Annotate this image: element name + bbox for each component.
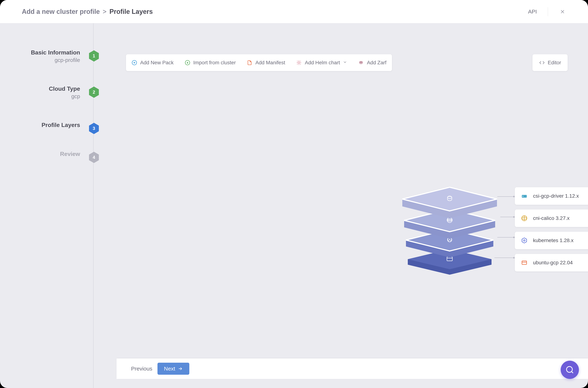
main-content: Add New Pack Import from cluster Add Man… <box>95 23 588 388</box>
svg-point-36 <box>566 366 572 372</box>
layer-name: kubernetes 1.28.x <box>533 238 588 243</box>
svg-point-28 <box>522 196 523 197</box>
step-subtitle: gcp <box>49 93 80 99</box>
svg-point-33 <box>523 240 525 241</box>
breadcrumb-current: Profile Layers <box>109 8 153 16</box>
svg-marker-32 <box>522 238 527 243</box>
step-subtitle: gcp-profile <box>31 57 80 63</box>
globe-icon <box>521 215 528 222</box>
layer-name: ubuntu-gcp 22.04 <box>533 260 588 266</box>
storage-icon <box>521 192 528 200</box>
step-basic-information[interactable]: Basic Information gcp-profile 1 <box>0 49 95 63</box>
step-cloud-type[interactable]: Cloud Type gcp 2 <box>0 85 95 99</box>
header: Add a new cluster profile > Profile Laye… <box>0 0 588 23</box>
next-button[interactable]: Next <box>158 363 189 375</box>
layer-name: csi-gcp-driver 1.12.x <box>533 193 588 199</box>
download-circle-icon <box>185 60 190 66</box>
breadcrumb: Add a new cluster profile > Profile Laye… <box>22 8 528 16</box>
layer-name: cni-calico 3.27.x <box>533 215 588 221</box>
add-zarf-button[interactable]: Add Zarf <box>358 60 386 66</box>
divider <box>548 7 548 16</box>
file-icon <box>247 60 252 66</box>
previous-button[interactable]: Previous <box>130 363 153 374</box>
help-fab[interactable] <box>561 361 579 379</box>
svg-point-8 <box>359 62 363 64</box>
layer-card-kubernetes[interactable]: kubernetes 1.28.x Kubernetes <box>515 232 588 249</box>
add-manifest-button[interactable]: Add Manifest <box>247 60 285 66</box>
step-title: Review <box>60 151 80 157</box>
import-from-cluster-button[interactable]: Import from cluster <box>185 60 236 66</box>
window-icon <box>521 259 528 266</box>
layer-stack-illustration <box>397 182 502 276</box>
svg-rect-34 <box>522 261 527 265</box>
search-zoom-icon <box>565 365 574 374</box>
add-new-pack-button[interactable]: Add New Pack <box>132 60 174 66</box>
layer-card-network[interactable]: cni-calico 3.27.x Network <box>515 210 588 227</box>
editor-button[interactable]: Editor <box>532 54 568 71</box>
layer-cards: csi-gcp-driver 1.12.x Storage cni-calico… <box>515 187 588 276</box>
step-title: Basic Information <box>31 49 80 56</box>
wizard-sidebar: Basic Information gcp-profile 1 Cloud Ty… <box>0 23 95 388</box>
connector-line <box>497 237 514 238</box>
close-button[interactable] <box>559 8 566 15</box>
connector-line <box>500 217 514 217</box>
step-title: Cloud Type <box>49 85 80 92</box>
breadcrumb-separator: > <box>103 8 107 16</box>
step-profile-layers[interactable]: Profile Layers 3 <box>0 121 95 128</box>
connector-line <box>495 258 514 258</box>
step-title: Profile Layers <box>42 122 80 128</box>
arrow-right-icon <box>178 366 183 371</box>
add-helm-chart-button[interactable]: Add Helm chart <box>296 60 347 66</box>
zarf-icon <box>358 60 364 66</box>
step-review[interactable]: Review 4 <box>0 150 95 157</box>
layer-card-os[interactable]: ubuntu-gcp 22.04 OS <box>515 254 588 271</box>
svg-point-6 <box>298 62 300 64</box>
chevron-down-icon <box>343 60 347 66</box>
close-icon <box>560 9 565 15</box>
toolbar: Add New Pack Import from cluster Add Man… <box>126 54 392 71</box>
breadcrumb-parent[interactable]: Add a new cluster profile <box>22 8 100 16</box>
kubernetes-icon <box>521 237 528 244</box>
connector-line <box>497 196 514 197</box>
helm-icon <box>296 60 302 66</box>
code-icon <box>539 60 545 66</box>
footer: Previous Next <box>116 359 588 379</box>
layer-card-storage[interactable]: csi-gcp-driver 1.12.x Storage <box>515 187 588 205</box>
plus-circle-icon <box>132 60 137 66</box>
api-link[interactable]: API <box>528 9 537 15</box>
